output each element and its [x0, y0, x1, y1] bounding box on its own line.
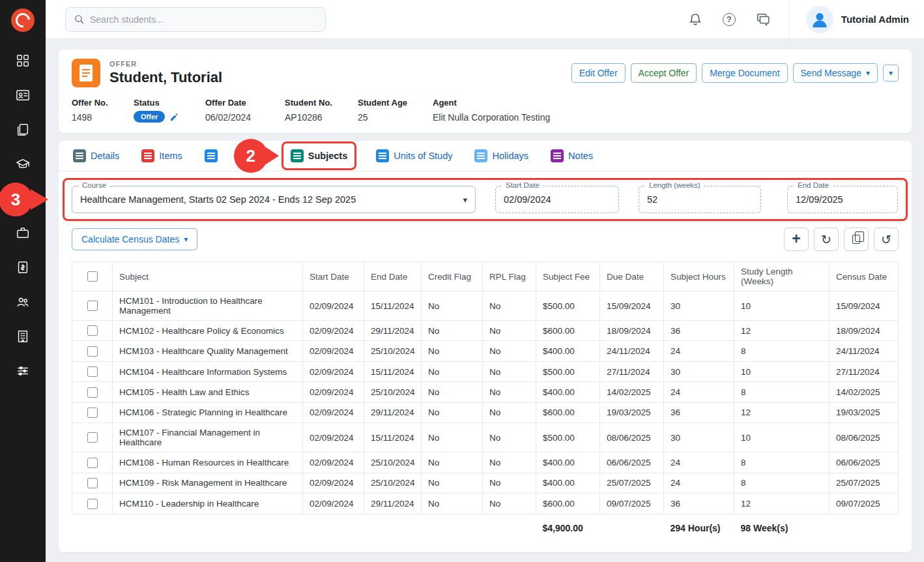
messages-button[interactable] [755, 11, 772, 28]
row-checkbox[interactable] [87, 407, 98, 418]
row-checkbox-cell [72, 341, 113, 361]
cell-start-date: 02/09/2024 [303, 452, 364, 473]
row-checkbox-cell [72, 321, 113, 341]
offer-info-row: Offer No. 1498 Status Offer Offer Date 0… [72, 98, 899, 123]
row-checkbox[interactable] [87, 432, 98, 443]
tab-items[interactable]: Items [141, 149, 182, 162]
cell-credit-flag: No [422, 452, 483, 473]
table-row: HCM105 - Health Law and Ethics02/09/2024… [72, 382, 899, 402]
course-field-label: Course [79, 181, 109, 189]
sidebar-item-dashboard[interactable] [11, 52, 35, 69]
tab-subjects[interactable]: 2 Subjects [291, 149, 347, 162]
tab-details[interactable]: Details [73, 149, 119, 162]
cell-end-date: 15/11/2024 [364, 361, 422, 381]
sidebar-item-settings[interactable] [11, 362, 35, 379]
col-due-date: Due Date [600, 262, 664, 291]
cell-subject-hours: 36 [664, 494, 734, 514]
cell-census-date: 25/07/2025 [830, 473, 899, 493]
refresh-icon: ↻ [821, 232, 831, 247]
cell-rpl-flag: No [483, 341, 536, 361]
history-button[interactable]: ↺ [874, 228, 899, 251]
help-icon: ? [723, 13, 736, 26]
student-no-value: AP10286 [285, 112, 358, 123]
cell-credit-flag: No [422, 494, 483, 514]
cell-study-length: 12 [734, 321, 830, 341]
course-select[interactable]: Course Healthcare Management, Starts 02 … [72, 186, 476, 213]
chevron-down-icon: ▾ [889, 69, 893, 77]
bell-icon [688, 12, 702, 27]
search-box[interactable] [65, 7, 326, 32]
table-row: HCM103 - Healthcare Quality Management02… [72, 341, 899, 361]
cell-rpl-flag: No [483, 321, 536, 341]
start-date-field[interactable]: Start Date 02/09/2024 [495, 186, 619, 213]
cell-subject: HCM110 - Leadership in Healthcare [113, 494, 303, 514]
help-button[interactable]: ? [721, 11, 738, 28]
tab-units-of-study[interactable]: Units of Study [376, 149, 452, 162]
row-checkbox[interactable] [87, 301, 98, 311]
sidebar-item-employers[interactable] [11, 224, 35, 241]
sidebar-item-organisation[interactable] [11, 328, 35, 345]
edit-status-icon[interactable] [169, 112, 179, 122]
table-row: HCM102 - Healthcare Policy & Economics02… [72, 321, 899, 341]
row-checkbox[interactable] [87, 499, 98, 509]
agent-link[interactable]: Elit Nulla Corporation Testing [433, 112, 550, 123]
search-input[interactable] [90, 14, 317, 25]
course-field-value: Healthcare Management, Starts 02 Sep 202… [80, 194, 356, 205]
row-checkbox[interactable] [87, 387, 98, 398]
sidebar-item-offers[interactable] [11, 121, 35, 138]
subjects-table-body: HCM101 - Introduction to Healthcare Mana… [72, 291, 899, 514]
cell-subject-fee: $400.00 [536, 341, 600, 361]
cell-end-date: 29/11/2024 [364, 494, 422, 514]
refresh-button[interactable]: ↻ [814, 228, 839, 251]
user-menu[interactable]: Tutorial Admin [788, 0, 909, 39]
calculate-census-dates-button[interactable]: Calculate Census Dates ▾ [72, 228, 197, 250]
student-age-label: Student Age [358, 98, 433, 108]
cell-study-length: 10 [734, 361, 830, 381]
sidebar-item-users[interactable] [11, 293, 35, 310]
row-checkbox[interactable] [87, 325, 98, 336]
end-date-label: End Date [794, 181, 832, 189]
cell-census-date: 19/03/2025 [830, 402, 899, 422]
edit-offer-button[interactable]: Edit Offer [571, 63, 626, 83]
chat-icon [756, 12, 770, 27]
offer-header-card: OFFER Student, Tutorial Edit Offer Accep… [59, 50, 912, 133]
add-subject-button[interactable]: + [784, 228, 809, 251]
cell-census-date: 14/02/2025 [830, 382, 899, 402]
app-logo[interactable] [0, 0, 46, 40]
cell-study-length: 12 [734, 494, 830, 514]
start-date-value: 02/09/2024 [504, 194, 551, 205]
sidebar-item-contacts[interactable] [11, 87, 35, 104]
agent-label: Agent [433, 98, 550, 108]
merge-document-button[interactable]: Merge Document [702, 63, 787, 83]
offer-date-value: 06/02/2024 [205, 112, 285, 123]
cell-credit-flag: No [422, 291, 483, 321]
status-label: Status [134, 98, 205, 108]
select-all-cell [72, 262, 113, 291]
row-checkbox[interactable] [87, 458, 98, 468]
row-checkbox-cell [72, 452, 113, 473]
cell-due-date: 25/07/2025 [600, 473, 664, 493]
length-weeks-field[interactable]: Length (weeks) 52 [639, 186, 761, 213]
tab-hidden[interactable] [205, 149, 240, 162]
row-checkbox-cell [72, 494, 113, 514]
end-date-field[interactable]: End Date 12/09/2025 [787, 186, 898, 213]
sidebar-item-courses[interactable] [11, 156, 35, 173]
copy-button[interactable] [844, 228, 869, 251]
cell-credit-flag: No [422, 361, 483, 381]
cell-subject-hours: 24 [664, 382, 734, 402]
cell-credit-flag: No [422, 341, 483, 361]
more-actions-button[interactable]: ▾ [883, 65, 899, 81]
send-message-button[interactable]: Send Message▾ [793, 63, 878, 83]
tab-bar: Details Items 2 [59, 141, 912, 171]
tab-notes[interactable]: Notes [551, 149, 593, 162]
tab-holidays[interactable]: Holidays [474, 149, 528, 162]
building-icon [16, 329, 30, 344]
notifications-button[interactable] [687, 11, 704, 28]
accept-offer-button[interactable]: Accept Offer [631, 63, 697, 83]
row-checkbox[interactable] [87, 346, 98, 357]
cell-study-length: 8 [734, 452, 830, 473]
row-checkbox[interactable] [87, 478, 98, 488]
row-checkbox[interactable] [87, 366, 98, 377]
sidebar-item-finance[interactable] [11, 259, 35, 276]
select-all-checkbox[interactable] [87, 271, 98, 282]
